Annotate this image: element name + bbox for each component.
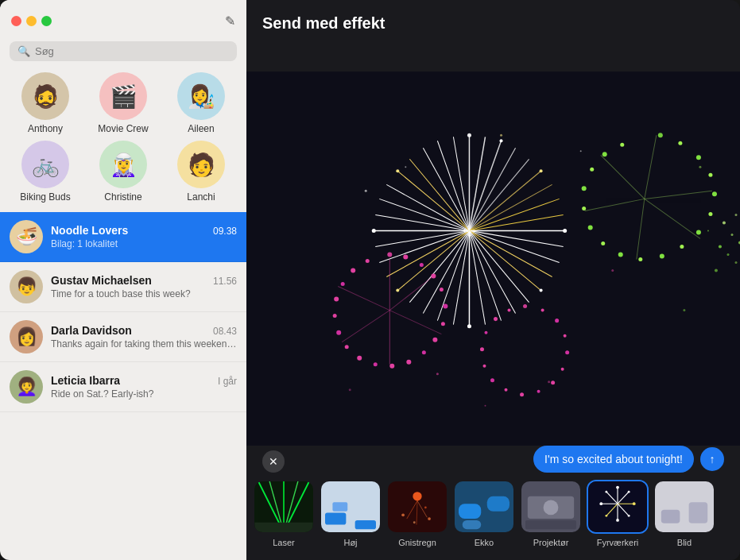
svg-line-162 <box>606 504 618 516</box>
svg-point-132 <box>349 388 351 391</box>
effect-thumb-fyrvaerkeri <box>587 480 649 534</box>
svg-point-50 <box>440 288 444 292</box>
close-button[interactable] <box>11 16 21 26</box>
svg-point-59 <box>345 345 349 349</box>
svg-line-150 <box>416 500 417 524</box>
effect-label-ekko: Ekko <box>475 538 494 547</box>
svg-point-60 <box>336 330 341 335</box>
contact-pin-biking-buds[interactable]: 🚲 Biking Buds <box>6 141 84 203</box>
svg-point-72 <box>523 304 527 308</box>
svg-point-74 <box>555 319 559 322</box>
svg-point-55 <box>406 360 411 365</box>
svg-point-93 <box>708 212 712 216</box>
contact-name-lanchi: Lanchi <box>187 191 215 203</box>
svg-point-92 <box>712 191 717 196</box>
effect-label-laser: Laser <box>273 538 295 547</box>
svg-point-90 <box>696 155 701 160</box>
titlebar: ✎ <box>0 0 246 41</box>
effect-label-fyrvaerkeri: Fyrværkeri <box>597 538 639 547</box>
svg-point-83 <box>482 365 486 368</box>
svg-point-78 <box>551 380 555 384</box>
svg-point-126 <box>611 269 614 272</box>
svg-point-96 <box>660 253 664 258</box>
msg-content-noodle-lovers: Noodle Lovers 09.38 Bilag: 1 lokalitet <box>51 224 237 249</box>
contact-pin-anthony[interactable]: 🧔 Anthony <box>6 72 84 134</box>
svg-point-111 <box>726 253 729 256</box>
svg-point-43 <box>396 289 399 292</box>
svg-point-165 <box>616 486 619 489</box>
svg-point-124 <box>500 134 502 137</box>
svg-point-133 <box>699 166 701 168</box>
svg-rect-152 <box>487 496 509 512</box>
message-bubble-wrap: I'm so excited about tonight! ↑ <box>533 446 724 473</box>
effect-item-hoj[interactable]: Høj <box>320 480 382 547</box>
contact-pin-aileen[interactable]: 👩‍🎨 Aileen <box>162 72 240 134</box>
svg-point-172 <box>605 491 607 493</box>
effect-item-projektor[interactable]: Projektør <box>520 480 582 547</box>
effect-item-laser[interactable]: Laser <box>253 480 315 547</box>
effect-thumb-laser <box>253 480 315 534</box>
msg-avatar-leticia-ibarra: 👩‍🦱 <box>10 370 43 404</box>
message-item-noodle-lovers[interactable]: 🍜 Noodle Lovers 09.38 Bilag: 1 lokalitet <box>0 212 246 262</box>
svg-rect-0 <box>246 71 740 446</box>
svg-rect-142 <box>332 502 347 511</box>
msg-preview-gustav-michaelsen: Time for a touch base this week? <box>51 288 237 299</box>
msg-name-noodle-lovers: Noodle Lovers <box>51 224 128 237</box>
svg-point-75 <box>564 334 567 338</box>
effect-thumb-blid <box>653 480 715 534</box>
message-item-darla-davidson[interactable]: 👩 Darla Davidson 08.43 Thanks again for … <box>0 312 246 362</box>
app-window: ✎ 🔍 🧔 Anthony 🎬 Movie Crew 👩‍🎨 <box>0 0 740 560</box>
close-effect-button[interactable]: ✕ <box>262 450 285 473</box>
message-item-gustav-michaelsen[interactable]: 👦 Gustav Michaelsen 11.56 Time for a tou… <box>0 262 246 312</box>
svg-point-100 <box>588 225 593 230</box>
svg-rect-153 <box>463 520 482 529</box>
svg-point-122 <box>365 190 367 192</box>
svg-point-57 <box>374 362 378 366</box>
search-input-wrap: 🔍 <box>10 41 237 61</box>
svg-rect-139 <box>254 523 312 532</box>
effect-item-blid[interactable]: Blid <box>653 480 715 547</box>
message-item-leticia-ibarra[interactable]: 👩‍🦱 Leticia Ibarra I går Ride on Sat.? E… <box>0 362 246 412</box>
svg-point-37 <box>467 133 471 137</box>
effect-item-ekko[interactable]: Ekko <box>453 480 515 547</box>
contact-avatar-anthony: 🧔 <box>21 72 69 120</box>
svg-point-87 <box>508 309 511 312</box>
svg-point-166 <box>628 491 630 493</box>
msg-avatar-noodle-lovers: 🍜 <box>10 220 43 253</box>
main-header: Send med effekt <box>246 0 740 41</box>
contact-avatar-aileen: 👩‍🎨 <box>177 72 225 120</box>
svg-point-128 <box>484 405 486 407</box>
svg-point-95 <box>680 245 684 249</box>
send-button[interactable]: ↑ <box>700 447 724 471</box>
svg-line-158 <box>618 492 629 504</box>
svg-point-94 <box>696 230 701 234</box>
svg-rect-174 <box>689 502 708 523</box>
effect-item-fyrvaerkeri[interactable]: Fyrværkeri <box>587 480 649 547</box>
msg-header-noodle-lovers: Noodle Lovers 09.38 <box>51 224 237 237</box>
svg-point-81 <box>505 388 508 392</box>
svg-point-130 <box>683 309 685 311</box>
search-input[interactable] <box>35 45 229 57</box>
minimize-button[interactable] <box>26 16 37 26</box>
svg-point-97 <box>638 257 642 261</box>
msg-time-gustav-michaelsen: 11.56 <box>213 276 237 287</box>
msg-header-gustav-michaelsen: Gustav Michaelsen 11.56 <box>51 274 237 287</box>
contact-pin-movie-crew[interactable]: 🎬 Movie Crew <box>84 72 162 134</box>
svg-point-127 <box>436 373 439 375</box>
svg-point-38 <box>500 139 503 142</box>
svg-point-73 <box>541 309 544 312</box>
msg-time-darla-davidson: 08.43 <box>213 326 237 337</box>
svg-point-44 <box>372 229 376 233</box>
effect-item-gnistregn[interactable]: Gnistregn <box>386 480 448 547</box>
compose-button[interactable]: ✎ <box>225 14 235 29</box>
svg-point-80 <box>520 392 524 396</box>
contact-pin-lanchi[interactable]: 🧑 Lanchi <box>162 141 240 203</box>
close-icon: ✕ <box>269 455 278 468</box>
contact-pin-christine[interactable]: 🧝‍♀️ Christine <box>84 141 162 203</box>
svg-point-103 <box>590 168 594 172</box>
svg-point-144 <box>401 513 405 516</box>
effect-label-projektor: Projektør <box>533 538 569 547</box>
maximize-button[interactable] <box>41 16 52 26</box>
svg-point-40 <box>563 229 567 233</box>
compose-icon: ✎ <box>225 14 235 29</box>
